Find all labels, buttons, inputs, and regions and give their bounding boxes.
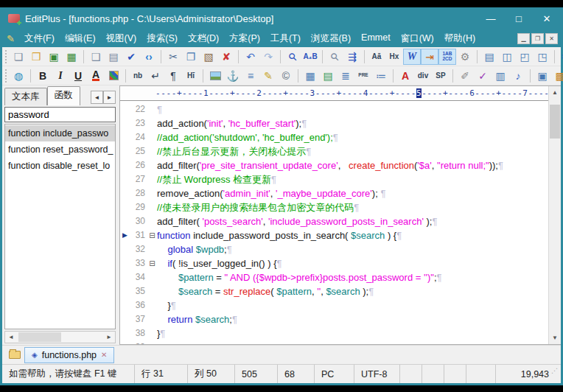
table-cell-button[interactable]: ▤ (319, 68, 337, 84)
code-line[interactable]: 23add_action('init', 'hc_buffer_start');… (120, 116, 548, 130)
function-list-item[interactable]: function disable_reset_lo (5, 158, 115, 174)
menu-item[interactable]: 浏览器(B) (306, 30, 356, 47)
code-line[interactable]: 28remove_action('admin_init', '_maybe_up… (120, 186, 548, 200)
tab-scroll-left-icon[interactable]: ◄ (91, 91, 103, 104)
line-numbers-button[interactable]: 1AB 2CD (438, 49, 456, 65)
toolbar-grip[interactable] (5, 69, 7, 83)
function-list-item[interactable]: function include_passwo (5, 125, 115, 141)
list-tag-button[interactable]: ≔ (372, 68, 390, 84)
span-tag-button[interactable]: SP (432, 68, 450, 84)
browser-button[interactable]: ◍ (10, 68, 27, 84)
delete-button[interactable]: ✘ (217, 49, 235, 65)
code-line[interactable]: 37 return $search;¶ (120, 312, 548, 326)
menu-item[interactable]: Emmet (356, 30, 396, 47)
color-palette-button[interactable] (105, 68, 122, 84)
open-file-button[interactable]: ❒ (27, 49, 45, 65)
align-center-button[interactable]: ≣ (337, 68, 354, 84)
save-all-button[interactable]: ▦ (63, 49, 80, 65)
code-line[interactable]: ▶31⊟function include_password_posts_in_s… (120, 228, 548, 242)
font-button[interactable]: Aā (368, 49, 385, 65)
special-chars-button[interactable]: © (277, 68, 295, 84)
fold-toggle-icon[interactable]: ⊟ (147, 256, 157, 270)
italic-button[interactable]: I (52, 68, 69, 84)
code-line[interactable]: 30add_filter( 'posts_search', 'include_p… (120, 214, 548, 228)
script-edit-button[interactable]: ✐ (456, 68, 474, 84)
mdi-close-button[interactable]: ✕ (545, 33, 558, 44)
scroll-up-icon[interactable]: ▲ (549, 86, 561, 99)
preview-window-button[interactable]: ◰ (516, 49, 534, 65)
code-line[interactable]: 25//禁止后台显示更新，关闭核心提示¶ (120, 144, 548, 158)
menu-item[interactable]: 文档(D) (183, 30, 224, 47)
vscrollbar-thumb[interactable] (550, 105, 560, 139)
maximize-button[interactable]: □ (505, 7, 533, 29)
music-button[interactable]: ♪ (509, 68, 527, 84)
scroll-down-icon[interactable]: ▼ (549, 332, 561, 344)
scroll-left-icon[interactable]: ◄ (5, 332, 17, 343)
word-wrap-button[interactable]: W (403, 49, 421, 65)
code-line[interactable]: 26add_filter('pre_site_transient_update_… (120, 158, 548, 172)
html-code-button[interactable]: ‹› (140, 49, 158, 65)
nbsp-button[interactable]: nb (129, 68, 147, 84)
find-button[interactable]: ⚲ (284, 49, 301, 65)
horizontal-rule-button[interactable]: ≡ (242, 68, 259, 84)
cliptext-window-button[interactable]: ▤ (480, 49, 498, 65)
editor-vertical-scrollbar[interactable]: ▲ ▼ (548, 86, 561, 344)
code-line[interactable]: 29//使未登录用户的搜索结果包含加密文章的代码¶ (120, 200, 548, 214)
menu-item[interactable]: 文件(F) (19, 30, 60, 47)
print-button[interactable]: ▤ (105, 49, 122, 65)
bold-button[interactable]: B (34, 68, 52, 84)
form-window-button[interactable]: ▣ (534, 68, 551, 84)
mdi-minimize-button[interactable]: ▁ (517, 33, 530, 44)
media-button[interactable]: ▥ (492, 68, 509, 84)
code-line[interactable]: 33⊟ if( !is_user_logged_in() ) {¶ (120, 256, 548, 270)
menu-item[interactable]: 帮助(H) (439, 30, 480, 47)
font-color-button[interactable]: A (87, 68, 105, 84)
vscrollbar-track[interactable] (549, 99, 561, 332)
print-preview-button[interactable]: ❑ (87, 49, 105, 65)
goto-line-button[interactable]: ⇶ (343, 49, 361, 65)
file-manager-window-button[interactable]: ◫ (498, 49, 516, 65)
sticky-note-button[interactable]: ✎ (259, 68, 277, 84)
code-line[interactable]: 27//禁止 Wordpress 检查更新¶ (120, 172, 548, 186)
scroll-right-icon[interactable]: ► (103, 332, 115, 343)
div-tag-button[interactable]: div (414, 68, 432, 84)
redo-button[interactable]: ↷ (259, 49, 277, 65)
code-line[interactable]: 22¶ (120, 102, 548, 116)
copy-button[interactable]: ❐ (182, 49, 200, 65)
function-search-input[interactable] (4, 107, 116, 122)
code-line[interactable]: 32 global $wpdb;¶ (120, 242, 548, 256)
find-in-files-button[interactable]: ⚲ (326, 49, 343, 65)
indent-guide-button[interactable]: ⇥ (421, 49, 438, 65)
paragraph-mark-button[interactable]: ¶ (164, 68, 182, 84)
code-line[interactable]: 36 }¶ (120, 298, 548, 312)
code-line[interactable]: 24//add_action('shutdown', 'hc_buffer_en… (120, 130, 548, 144)
spell-check-button[interactable]: ✔ (122, 49, 140, 65)
mdi-restore-button[interactable]: ❐ (531, 33, 544, 44)
undo-button[interactable]: ↶ (242, 49, 259, 65)
code-area[interactable]: 22¶23add_action('init', 'hc_buffer_start… (120, 101, 548, 344)
code-line[interactable]: 38}¶ (120, 326, 548, 340)
scrollbar-track[interactable] (17, 332, 103, 343)
save-button[interactable]: ▣ (45, 49, 63, 65)
replace-button[interactable]: A₄B (301, 49, 319, 65)
tab-scroll-right-icon[interactable]: ► (103, 91, 116, 104)
table-button[interactable]: ▦ (301, 68, 319, 84)
tab-close-icon[interactable]: ✕ (101, 351, 107, 359)
code-line[interactable]: 39¶ (120, 340, 548, 344)
function-list-item[interactable]: function reset_password_ (5, 141, 115, 158)
menu-item[interactable]: 方案(P) (224, 30, 265, 47)
form-fields-button[interactable]: ▩ (551, 68, 563, 84)
preferences-button[interactable]: ⚙ (456, 49, 474, 65)
sidebar-tab-inactive[interactable]: 文本库 (4, 88, 47, 105)
context-help-button[interactable]: ➢? (558, 49, 563, 65)
anchor-text-button[interactable]: A (396, 68, 414, 84)
image-button[interactable] (206, 68, 224, 84)
code-line[interactable]: 35 $search = str_replace( $pattern, '', … (120, 284, 548, 298)
heading-button[interactable]: Hī (182, 68, 200, 84)
sidebar-horizontal-scrollbar[interactable]: ◄ ► (4, 331, 116, 343)
close-button[interactable]: ✕ (533, 7, 561, 29)
script-check-button[interactable]: ✓ (474, 68, 492, 84)
underline-button[interactable]: U (69, 68, 87, 84)
toolbar-grip[interactable] (5, 50, 7, 63)
cut-button[interactable]: ✂ (164, 49, 182, 65)
